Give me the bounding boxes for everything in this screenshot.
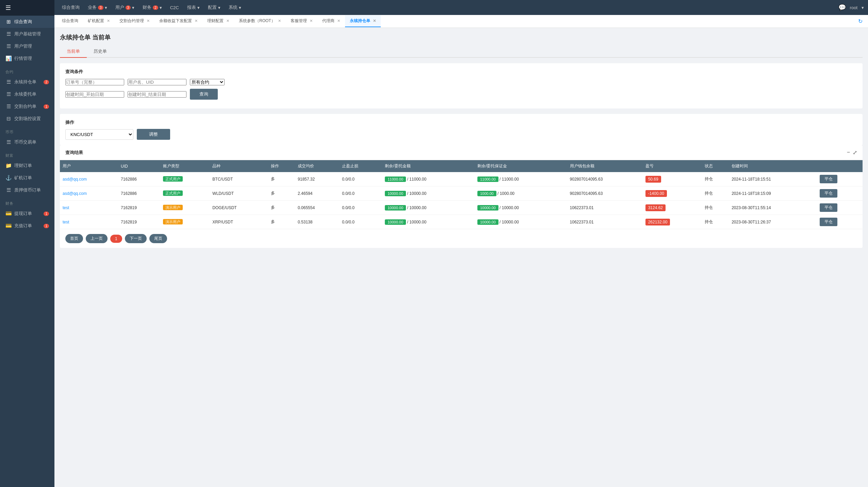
tab-sys-param[interactable]: 系统参数（ROOT） ✕: [234, 15, 286, 27]
tab-balance-config-label: 余额收益下发配置: [159, 18, 192, 24]
results-panel: 查询结果 − ⤢ 用户 UID 账户类型 品种 操作 成交均价 止盈止损: [60, 145, 863, 248]
tab-balance-config[interactable]: 余额收益下发配置 ✕: [154, 15, 202, 27]
adjust-button[interactable]: 调整: [137, 129, 170, 140]
tab-agent[interactable]: 代理商 ✕: [317, 15, 345, 27]
next-page-btn[interactable]: 下一页: [125, 234, 147, 243]
refresh-icon[interactable]: ↻: [855, 17, 865, 26]
cell-direction: 多: [268, 172, 295, 186]
sidebar-item-market[interactable]: 📊 行情管理: [0, 52, 54, 65]
list-icon2: ☰: [5, 43, 12, 49]
cell-uid: 7162886: [118, 172, 160, 186]
operation-panel: 操作 KNC/USDT BTC/USDT ETH/USDT DOGE/USDT …: [60, 114, 863, 145]
subtab-history[interactable]: 历史单: [87, 46, 114, 58]
chevron-down-icon5: ▾: [218, 5, 220, 10]
user-input[interactable]: [128, 79, 186, 85]
end-date-input[interactable]: [128, 91, 186, 98]
account-type-badge: 正式用户: [163, 176, 183, 182]
sidebar-item-finance-order[interactable]: 📁 理财订单: [0, 159, 54, 172]
order-no-input[interactable]: [65, 79, 124, 85]
pnl-badge: 3124.62: [645, 204, 666, 211]
sidebar-item-withdraw[interactable]: 💳 提现订单 1: [0, 207, 54, 220]
sidebar-item-user-mgmt[interactable]: ☰ 用户管理: [0, 40, 54, 52]
main-area: 综合查询 业务 3 ▾ 用户 3 ▾ 财务 2 ▾ C2C 报表 ▾ 配置 ▾: [54, 0, 868, 487]
current-page-btn[interactable]: 1: [110, 235, 122, 243]
cell-symbol: WLD/USDT: [210, 186, 268, 201]
close-position-btn[interactable]: 平仓: [820, 203, 837, 212]
home-icon: ⊞: [5, 19, 12, 25]
first-page-btn[interactable]: 首页: [65, 234, 83, 243]
table-row: test 7162819 演示用户 DOGE/USDT 多 0.065554 0…: [60, 201, 863, 215]
close-position-btn[interactable]: 平仓: [820, 189, 837, 198]
topnav-system[interactable]: 系统 ▾: [225, 3, 245, 12]
tab-miner-config[interactable]: 矿机配置 ✕: [83, 15, 115, 27]
menu-icon[interactable]: ☰: [5, 4, 11, 12]
topnav-config[interactable]: 配置 ▾: [204, 3, 224, 12]
topnav-finance[interactable]: 财务 2 ▾: [139, 3, 165, 12]
sidebar-item-overview[interactable]: ⊞ 综合查询: [0, 16, 54, 28]
card-icon: 💳: [5, 211, 12, 217]
sidebar-item-coin-trade[interactable]: ☰ 币币交易单: [0, 136, 54, 148]
tab-perp-position[interactable]: 永续持仓单 ✕: [345, 15, 381, 27]
tab-customer-service-close[interactable]: ✕: [310, 19, 313, 23]
sidebar-item-trade-contract[interactable]: ☰ 交割合约单 1: [0, 100, 54, 113]
tab-agent-close[interactable]: ✕: [337, 19, 340, 23]
expand-icon[interactable]: ⤢: [853, 149, 857, 156]
chevron-down-icon2: ▾: [132, 5, 134, 10]
tab-miner-config-close[interactable]: ✕: [107, 19, 110, 23]
tab-perp-position-close[interactable]: ✕: [373, 19, 376, 23]
tab-customer-service[interactable]: 客服管理 ✕: [286, 15, 317, 27]
search-button[interactable]: 查询: [190, 89, 218, 100]
topnav-config-label: 配置: [208, 4, 217, 11]
topnav-right: 💬 root ▾: [838, 4, 864, 11]
username-label: root: [850, 5, 857, 10]
tab-finance-config-close[interactable]: ✕: [226, 19, 229, 23]
perp-position-badge: 2: [44, 80, 49, 84]
sidebar-item-trade-venue[interactable]: ⊟ 交割场控设置: [0, 113, 54, 125]
tab-balance-config-close[interactable]: ✕: [195, 19, 198, 23]
sidebar-item-perp-entrust[interactable]: ☰ 永续委托单: [0, 88, 54, 100]
doc-icon: ☰: [5, 79, 12, 85]
cell-account-type: 演示用户: [160, 201, 210, 215]
sidebar-item-user-basic[interactable]: ☰ 用户基础管理: [0, 28, 54, 40]
sidebar-item-label: 交割合约单: [14, 103, 36, 110]
account-type-badge: 正式用户: [163, 190, 183, 196]
sidebar-item-miner-order[interactable]: ⚓ 矿机订单: [0, 172, 54, 184]
col-symbol: 品种: [210, 160, 268, 172]
start-date-input[interactable]: [65, 91, 124, 98]
pnl-badge: -1400.00: [645, 190, 667, 197]
cell-user[interactable]: asd@qq.com: [60, 172, 118, 186]
tab-trade-contract-mgmt-close[interactable]: ✕: [147, 19, 150, 23]
sidebar-item-recharge[interactable]: 💳 充值订单 1: [0, 220, 54, 232]
tab-trade-contract-mgmt[interactable]: 交割合约管理 ✕: [115, 15, 154, 27]
chevron-down-icon3: ▾: [160, 5, 162, 10]
close-position-btn[interactable]: 平仓: [820, 218, 837, 226]
minimize-icon[interactable]: −: [847, 149, 850, 156]
subtab-current[interactable]: 当前单: [60, 46, 87, 58]
sidebar-section-coin: 币币: [0, 125, 54, 136]
sidebar-item-pledge-order[interactable]: ☰ 质押借币订单: [0, 184, 54, 196]
cell-user[interactable]: test: [60, 201, 118, 215]
cell-user[interactable]: asd@qq.com: [60, 186, 118, 201]
close-position-btn[interactable]: 平仓: [820, 175, 837, 183]
topnav-overview[interactable]: 综合查询: [59, 3, 83, 12]
topnav-user[interactable]: 用户 3 ▾: [112, 3, 138, 12]
tab-overview[interactable]: 综合查询: [57, 15, 83, 27]
tab-sys-param-close[interactable]: ✕: [278, 19, 281, 23]
topnav-business[interactable]: 业务 3 ▾: [84, 3, 111, 12]
contract-select[interactable]: 所有合约 BTC/USDT WLD/USDT DOGE/USDT XRP/USD…: [190, 79, 225, 85]
cell-user[interactable]: test: [60, 215, 118, 229]
topnav-c2c[interactable]: C2C: [167, 4, 182, 12]
tab-finance-config[interactable]: 理财配置 ✕: [202, 15, 234, 27]
last-page-btn[interactable]: 尾页: [149, 234, 167, 243]
message-icon[interactable]: 💬: [838, 4, 846, 11]
col-avg-price: 成交均价: [295, 160, 339, 172]
operation-contract-select[interactable]: KNC/USDT BTC/USDT ETH/USDT DOGE/USDT: [65, 129, 133, 140]
prev-page-btn[interactable]: 上一页: [86, 234, 108, 243]
sidebar-item-perp-position[interactable]: ☰ 永续持仓单 2: [0, 76, 54, 88]
cell-created: 2023-08-30T11:26:37: [729, 215, 817, 229]
cell-remain-amount: 10000.00 / 10000.00: [382, 186, 475, 201]
topnav-report[interactable]: 报表 ▾: [184, 3, 203, 12]
cell-account-type: 正式用户: [160, 186, 210, 201]
chart-icon: 📊: [5, 55, 12, 62]
results-table: 用户 UID 账户类型 品种 操作 成交均价 止盈止损 剩余/委托金额 剩余/委…: [60, 160, 863, 229]
